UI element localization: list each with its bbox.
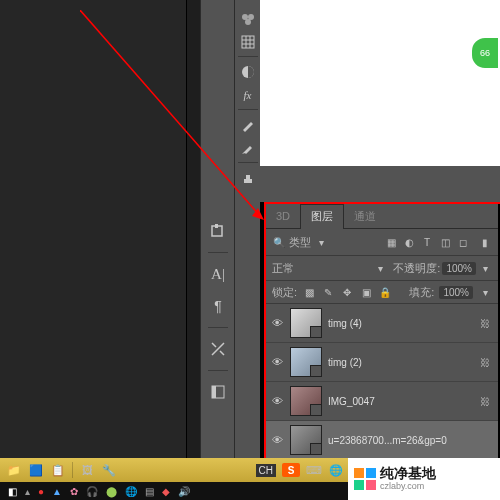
- tray-icon[interactable]: ▲: [52, 486, 62, 497]
- filter-pixel-icon[interactable]: ▦: [384, 235, 398, 249]
- tray-icon[interactable]: ⬤: [106, 486, 117, 497]
- layer-row[interactable]: 👁 timg (4) ⛓: [266, 304, 498, 343]
- svg-rect-1: [215, 224, 218, 228]
- layer-name[interactable]: u=23868700...m=26&gp=0: [328, 435, 494, 446]
- taskbar[interactable]: 📁 🟦 📋 🖼 🔧 CH S ⌨ 🌐 👤: [0, 458, 372, 482]
- layer-name[interactable]: timg (2): [328, 357, 474, 368]
- svg-rect-10: [246, 175, 250, 179]
- lock-brush-icon[interactable]: ✎: [321, 285, 335, 299]
- layer-row[interactable]: 👁 timg (2) ⛓: [266, 343, 498, 382]
- filter-adjust-icon[interactable]: ◐: [402, 235, 416, 249]
- blend-mode-value: 正常: [272, 261, 294, 276]
- watermark: 纯净基地 czlaby.com: [348, 458, 500, 500]
- adjustment-icon[interactable]: [237, 61, 259, 82]
- watermark-title: 纯净基地: [380, 466, 436, 481]
- history-tool-icon[interactable]: [204, 218, 232, 244]
- tray-icon[interactable]: ●: [38, 486, 44, 497]
- layer-name[interactable]: IMG_0047: [328, 396, 474, 407]
- tab-channels[interactable]: 通道: [344, 204, 386, 228]
- watermark-url: czlaby.com: [380, 482, 436, 492]
- visibility-icon[interactable]: 👁: [270, 395, 284, 407]
- tray-icon[interactable]: 🔊: [178, 486, 190, 497]
- tray-chevron-icon[interactable]: ▴: [25, 486, 30, 497]
- toolbar-separator: [238, 56, 258, 57]
- link-icon[interactable]: ⛓: [480, 357, 494, 368]
- tray-icon[interactable]: ✿: [70, 486, 78, 497]
- type-tool-icon[interactable]: A|: [204, 261, 232, 287]
- layer-name[interactable]: timg (4): [328, 318, 474, 329]
- layer-thumbnail[interactable]: [290, 425, 322, 455]
- opacity-value[interactable]: 100%: [442, 262, 476, 275]
- taskbar-app-icon[interactable]: 📁: [6, 462, 22, 478]
- layer-thumbnail[interactable]: [290, 308, 322, 338]
- chevron-down-icon[interactable]: ▾: [478, 285, 492, 299]
- styles-icon[interactable]: fx: [237, 84, 259, 105]
- svg-point-6: [245, 19, 251, 25]
- lock-artboard-icon[interactable]: ▣: [359, 285, 373, 299]
- layer-list: 👁 timg (4) ⛓ 👁 timg (2) ⛓ 👁 IMG_0047 ⛓ 👁…: [266, 304, 498, 464]
- ime-tool-icon[interactable]: ⌨: [306, 462, 322, 478]
- svg-point-5: [248, 14, 254, 20]
- svg-rect-9: [244, 179, 252, 183]
- search-icon: 🔍: [272, 235, 286, 249]
- toolbar-separator: [238, 162, 258, 163]
- tray-icon[interactable]: ◧: [8, 486, 17, 497]
- lock-transparent-icon[interactable]: ▩: [302, 285, 316, 299]
- opacity-label: 不透明度:: [393, 261, 440, 276]
- panel-tabs: 3D 图层 通道: [266, 204, 498, 229]
- sogou-ime-icon[interactable]: S: [282, 463, 300, 477]
- filter-type-icon[interactable]: T: [420, 235, 434, 249]
- blend-mode-select[interactable]: 正常 ▾: [272, 261, 387, 276]
- layer-filter-row: 🔍 类型 ▾ ▦ ◐ T ◫ ◻ ▮: [266, 229, 498, 256]
- paragraph-tool-icon[interactable]: ¶: [204, 293, 232, 319]
- visibility-icon[interactable]: 👁: [270, 434, 284, 446]
- canvas[interactable]: [260, 0, 500, 166]
- layer-row[interactable]: 👁 u=23868700...m=26&gp=0: [266, 421, 498, 460]
- blend-row: 正常 ▾ 不透明度: 100% ▾: [266, 256, 498, 281]
- layer-thumbnail[interactable]: [290, 386, 322, 416]
- visibility-icon[interactable]: 👁: [270, 356, 284, 368]
- tools-icon[interactable]: [204, 336, 232, 362]
- svg-point-4: [242, 14, 248, 20]
- lock-label: 锁定:: [272, 285, 297, 300]
- vertical-toolbar: fx: [234, 0, 260, 466]
- brush-preset-icon[interactable]: [237, 114, 259, 135]
- tray-icon[interactable]: 🌐: [125, 486, 137, 497]
- grid-icon[interactable]: [237, 31, 259, 52]
- brush-settings-icon[interactable]: [237, 137, 259, 158]
- tab-layers[interactable]: 图层: [300, 204, 344, 229]
- green-badge[interactable]: 66: [470, 36, 500, 70]
- chevron-down-icon[interactable]: ▾: [314, 235, 328, 249]
- lock-all-icon[interactable]: 🔒: [378, 285, 392, 299]
- ime-tool-icon[interactable]: 🌐: [328, 462, 344, 478]
- tray-icon[interactable]: 🎧: [86, 486, 98, 497]
- taskbar-app-icon[interactable]: 🟦: [28, 462, 44, 478]
- taskbar-app-icon[interactable]: 🖼: [79, 462, 95, 478]
- clone-source-icon[interactable]: [237, 167, 259, 188]
- filter-shape-icon[interactable]: ◫: [438, 235, 452, 249]
- layer-row[interactable]: 👁 IMG_0047 ⛓: [266, 382, 498, 421]
- visibility-icon[interactable]: 👁: [270, 317, 284, 329]
- filter-smart-icon[interactable]: ◻: [456, 235, 470, 249]
- filter-type-label: 类型: [289, 235, 311, 250]
- link-icon[interactable]: ⛓: [480, 318, 494, 329]
- layer-thumbnail[interactable]: [290, 347, 322, 377]
- swatches-icon[interactable]: [237, 8, 259, 29]
- tray-icon[interactable]: ◆: [162, 486, 170, 497]
- panel-toggle-icon[interactable]: [204, 379, 232, 405]
- chevron-down-icon[interactable]: ▾: [478, 261, 492, 275]
- filter-toggle-icon[interactable]: ▮: [478, 235, 492, 249]
- fill-label: 填充:: [409, 285, 434, 300]
- system-tray[interactable]: ◧ ▴ ● ▲ ✿ 🎧 ⬤ 🌐 ▤ ◆ 🔊: [0, 482, 376, 500]
- taskbar-app-icon[interactable]: 🔧: [101, 462, 117, 478]
- lock-row: 锁定: ▩ ✎ ✥ ▣ 🔒 填充: 100% ▾: [266, 281, 498, 304]
- fill-value[interactable]: 100%: [439, 286, 473, 299]
- svg-rect-7: [242, 36, 254, 48]
- taskbar-app-icon[interactable]: 📋: [50, 462, 66, 478]
- toolbar-separator: [238, 109, 258, 110]
- ime-indicator[interactable]: CH: [256, 464, 276, 477]
- tab-3d[interactable]: 3D: [266, 204, 300, 228]
- tray-icon[interactable]: ▤: [145, 486, 154, 497]
- lock-position-icon[interactable]: ✥: [340, 285, 354, 299]
- link-icon[interactable]: ⛓: [480, 396, 494, 407]
